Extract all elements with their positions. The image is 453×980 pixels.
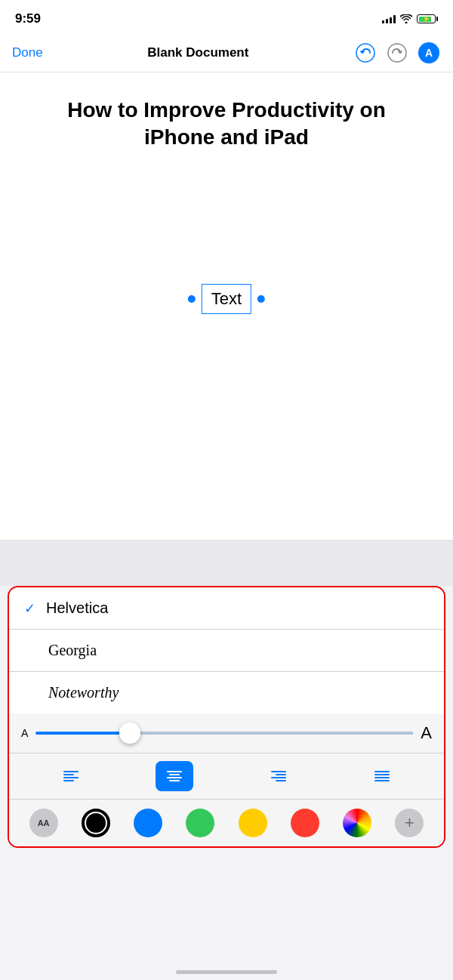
- size-label-small: A: [21, 727, 28, 739]
- color-black-button[interactable]: [82, 809, 110, 837]
- battery-icon: ⚡: [417, 14, 438, 23]
- font-selected-checkmark: ✓: [24, 600, 35, 617]
- document-title: Blank Document: [147, 45, 248, 60]
- font-name: Helvetica: [46, 599, 108, 617]
- size-label-large: A: [421, 723, 432, 743]
- wifi-icon: [400, 14, 412, 23]
- size-slider-thumb[interactable]: [119, 723, 140, 744]
- add-color-button[interactable]: +: [395, 809, 424, 837]
- align-left-button[interactable]: [52, 761, 90, 791]
- font-item-noteworthy[interactable]: Noteworthy: [9, 672, 444, 713]
- color-blue-button[interactable]: [134, 809, 162, 837]
- font-item-helvetica[interactable]: ✓ Helvetica: [9, 587, 444, 630]
- gray-separator: [0, 541, 453, 586]
- undo-button[interactable]: [353, 41, 378, 65]
- alignment-row: [9, 753, 444, 799]
- selected-text-element[interactable]: Text: [202, 284, 251, 314]
- align-center-button[interactable]: [156, 761, 193, 791]
- align-justify-button[interactable]: [363, 761, 401, 791]
- signal-bars-icon: [382, 14, 396, 23]
- text-element-wrapper: Text: [188, 284, 265, 314]
- status-bar: 9:59 ⚡: [0, 0, 453, 33]
- font-name: Georgia: [48, 642, 97, 659]
- font-size-row: A A: [9, 713, 444, 753]
- nav-icons: A: [353, 41, 441, 65]
- color-yellow-button[interactable]: [239, 809, 267, 837]
- document-heading: How to Improve Productivity on iPhone an…: [30, 97, 423, 152]
- status-time: 9:59: [15, 11, 41, 26]
- font-size-aa-button[interactable]: AA: [29, 809, 58, 837]
- color-green-button[interactable]: [186, 809, 214, 837]
- font-panel: ✓ Helvetica Georgia Noteworthy A A: [8, 586, 445, 848]
- svg-text:A: A: [425, 47, 433, 59]
- document-area[interactable]: How to Improve Productivity on iPhone an…: [0, 72, 453, 541]
- color-row: AA +: [9, 799, 444, 846]
- done-button[interactable]: Done: [12, 45, 43, 60]
- align-right-button[interactable]: [260, 761, 297, 791]
- svg-point-0: [356, 44, 374, 62]
- status-icons: ⚡: [382, 14, 438, 23]
- text-handle-left[interactable]: [188, 295, 196, 303]
- home-indicator: [176, 970, 277, 974]
- font-item-georgia[interactable]: Georgia: [9, 630, 444, 672]
- font-name: Noteworthy: [48, 684, 119, 701]
- color-rainbow-button[interactable]: [343, 809, 371, 837]
- nav-bar: Done Blank Document A: [0, 33, 453, 72]
- author-button[interactable]: A: [417, 41, 441, 65]
- text-handle-right[interactable]: [257, 295, 265, 303]
- color-red-button[interactable]: [291, 809, 319, 837]
- svg-point-1: [388, 44, 406, 62]
- redo-button[interactable]: [385, 41, 409, 65]
- size-slider-track[interactable]: [35, 732, 413, 735]
